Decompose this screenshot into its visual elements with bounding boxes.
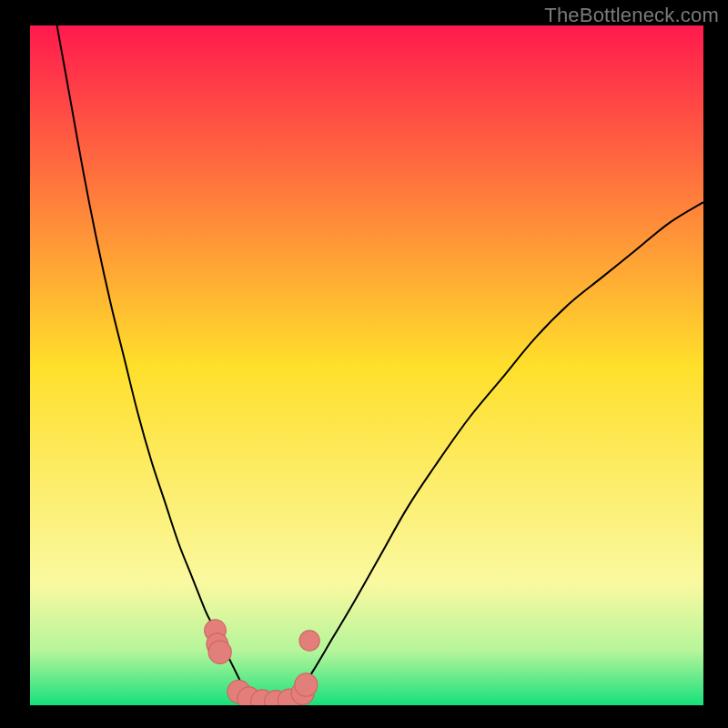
data-point <box>208 641 231 663</box>
plot-area <box>30 25 703 705</box>
gradient-background <box>30 25 703 705</box>
watermark-text: TheBottleneck.com <box>544 4 719 27</box>
chart-frame: TheBottleneck.com <box>0 0 728 728</box>
chart-svg <box>30 25 703 705</box>
data-point <box>299 631 319 651</box>
data-point <box>295 673 318 696</box>
